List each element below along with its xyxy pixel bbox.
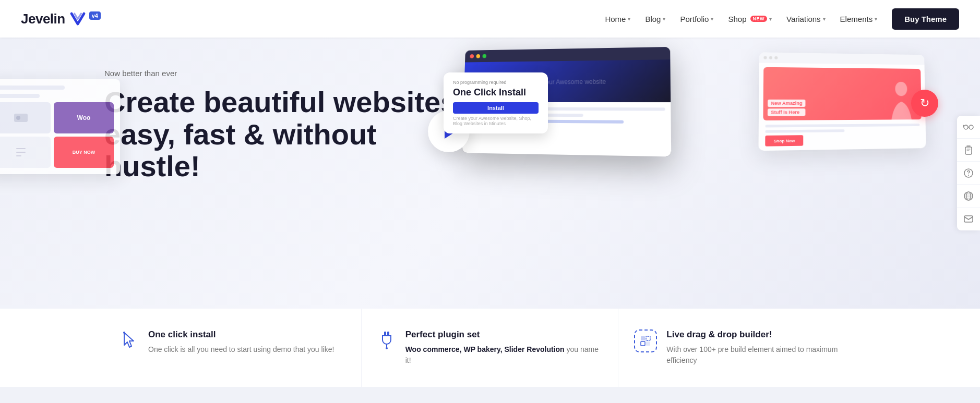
feature-title: One click install xyxy=(148,329,334,340)
svg-point-8 xyxy=(968,175,969,176)
svg-rect-11 xyxy=(964,216,973,222)
plug-icon xyxy=(377,331,396,353)
browser-line xyxy=(468,119,624,124)
popup-small-text: No programming required xyxy=(453,80,539,85)
clipboard-icon[interactable] xyxy=(957,139,980,162)
svg-rect-6 xyxy=(965,147,972,154)
browser-line xyxy=(468,107,665,111)
nav-item-shop[interactable]: Shop NEW ▾ xyxy=(728,15,772,23)
feature-bold: Woo commerce, WP bakery, Slider Revoluti… xyxy=(405,345,565,353)
browser-body xyxy=(463,102,671,132)
svg-text:Create your Awesome website: Create your Awesome website xyxy=(523,78,606,85)
feature-desc: Woo commerce, WP bakery, Slider Revoluti… xyxy=(405,344,603,366)
feature-desc: One click is all you need to start using… xyxy=(148,344,334,355)
cursor-icon xyxy=(120,331,139,353)
sidebar-icons xyxy=(957,116,980,230)
browser-line xyxy=(468,113,583,117)
logo-text: Jevelin xyxy=(21,11,65,27)
right-mockup: New Amazing Stuff Is Here Shop Now xyxy=(761,53,928,149)
svg-rect-16 xyxy=(641,336,645,340)
hero-title: Create beautiful websites easy, fast & w… xyxy=(104,86,459,182)
svg-point-10 xyxy=(966,192,971,200)
mockup-bar xyxy=(0,86,65,90)
nav-links: Home ▾ Blog ▾ Portfolio ▾ Shop NEW ▾ Var… xyxy=(605,8,959,30)
svg-rect-19 xyxy=(646,341,650,346)
feature-text: Perfect plugin set Woo commerce, WP bake… xyxy=(405,329,603,366)
svg-rect-18 xyxy=(641,341,645,346)
chevron-icon: ▾ xyxy=(823,16,826,22)
logo-icon xyxy=(69,11,86,26)
browser-content: Create your Awesome website xyxy=(462,59,671,156)
feature-text: Live drag & drop builder! With over 100+… xyxy=(666,329,860,366)
right-dot xyxy=(774,56,778,59)
svg-rect-14 xyxy=(387,332,389,336)
right-button: Shop Now xyxy=(765,135,803,146)
feature-title: Live drag & drop builder! xyxy=(666,329,860,340)
browser-dot-green xyxy=(483,54,487,58)
right-line xyxy=(766,124,920,127)
svg-point-12 xyxy=(123,332,125,334)
nav-item-portfolio[interactable]: Portfolio ▾ xyxy=(680,15,713,23)
feature-card-install: One click install One click is all you n… xyxy=(104,309,362,387)
browser-bar xyxy=(465,47,670,63)
nav-item-home[interactable]: Home ▾ xyxy=(605,15,630,23)
browser-dot-yellow xyxy=(476,54,480,58)
refresh-icon: ↻ xyxy=(920,96,929,110)
mockup-bar xyxy=(0,94,40,98)
mockup-grid: Woo BUY NOW xyxy=(0,102,114,168)
svg-point-7 xyxy=(964,169,973,177)
nav-item-elements[interactable]: Elements ▾ xyxy=(840,15,878,23)
svg-point-5 xyxy=(969,125,973,129)
buy-theme-button[interactable]: Buy Theme xyxy=(892,8,959,30)
right-hero-image: New Amazing Stuff Is Here xyxy=(763,67,921,120)
nav-item-variations[interactable]: Variations ▾ xyxy=(786,15,826,23)
popup-description: Create your Awesome website, Shop, Blog … xyxy=(453,116,539,126)
refresh-icon-wrap: ↻ xyxy=(911,90,938,117)
svg-point-15 xyxy=(386,347,388,349)
logo[interactable]: Jevelin v4 xyxy=(21,11,101,27)
right-line xyxy=(765,129,844,133)
right-browser-bar xyxy=(759,52,925,65)
feature-card-builder: Live drag & drop builder! With over 100+… xyxy=(618,309,876,387)
popup-install-button[interactable]: Install xyxy=(453,102,539,114)
features-bar: One click install One click is all you n… xyxy=(0,309,980,387)
mail-icon[interactable] xyxy=(957,207,980,230)
mockup-card xyxy=(0,137,51,168)
right-content-lines: Shop Now xyxy=(763,124,922,146)
logo-version-badge: v4 xyxy=(89,11,101,20)
svg-rect-13 xyxy=(384,332,386,336)
feature-title: Perfect plugin set xyxy=(405,329,603,340)
globe-icon[interactable] xyxy=(957,185,980,207)
chevron-icon: ▾ xyxy=(628,16,630,22)
buy-theme-button-wrapper[interactable]: Buy Theme xyxy=(892,8,959,30)
hero-section: Now better than ever Create beautiful we… xyxy=(0,38,980,309)
mockup-card xyxy=(0,102,51,133)
navbar: Jevelin v4 Home ▾ Blog ▾ Portfolio ▾ Sho… xyxy=(0,0,980,38)
hero-content: Now better than ever Create beautiful we… xyxy=(104,69,459,203)
browser-dot-red xyxy=(470,54,474,58)
new-badge: NEW xyxy=(750,16,768,22)
svg-point-4 xyxy=(964,125,968,129)
svg-point-1 xyxy=(16,116,20,120)
popup-card: No programming required One Click Instal… xyxy=(444,72,548,133)
right-browser-content: New Amazing Stuff Is Here Shop Now xyxy=(758,63,926,151)
help-icon[interactable] xyxy=(957,162,980,185)
hero-eyebrow: Now better than ever xyxy=(104,69,459,78)
browser-hero-image: Create your Awesome website xyxy=(464,59,671,102)
glasses-icon[interactable] xyxy=(957,116,980,139)
svg-rect-17 xyxy=(646,336,650,340)
right-dot xyxy=(769,56,772,59)
svg-point-3 xyxy=(895,82,907,96)
feature-text: One click install One click is all you n… xyxy=(148,329,334,355)
dashed-box-icon xyxy=(634,329,657,352)
svg-point-9 xyxy=(964,192,973,200)
chevron-icon: ▾ xyxy=(769,16,772,22)
right-dot xyxy=(763,56,767,59)
nav-item-blog[interactable]: Blog ▾ xyxy=(645,15,665,23)
demos-section: 40+ multi-purpose demos xyxy=(0,387,980,403)
feature-card-plugins: Perfect plugin set Woo commerce, WP bake… xyxy=(362,309,619,387)
chevron-icon: ▾ xyxy=(663,16,665,22)
chevron-icon: ▾ xyxy=(711,16,713,22)
feature-desc: With over 100+ pre build element aimed t… xyxy=(666,344,860,366)
chevron-icon: ▾ xyxy=(875,16,877,22)
